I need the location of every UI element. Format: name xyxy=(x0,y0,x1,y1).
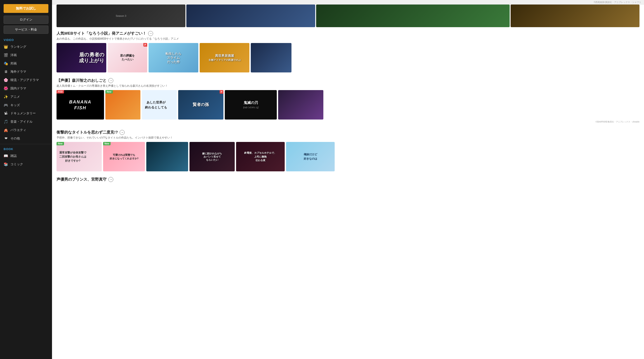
card-narou5[interactable] xyxy=(251,43,292,73)
sidebar-item-overseas-drama-label: 海外ドラマ xyxy=(10,70,26,74)
sidebar-item-japanese-movie[interactable]: 🎭 邦画 xyxy=(0,59,52,68)
card-isekai-izakaya[interactable]: 異世界居酒屋古都アイテリアの民酒でのぶ xyxy=(200,43,250,73)
copyright-morikawa: ©吾峠呼世晴/集英社・アニプレックス・ufotable xyxy=(56,120,640,124)
card-kimetsu[interactable]: 鬼滅の刃 きめつのやいば xyxy=(225,90,277,120)
sidebar-item-anime[interactable]: ✨ アニメ xyxy=(0,93,52,101)
sidebar-item-kids[interactable]: 🎮 キッズ xyxy=(0,101,52,109)
book-icon: 📚 xyxy=(4,162,8,166)
crown-icon: 👑 xyxy=(4,45,8,49)
sidebar-item-manga-label: コミック xyxy=(10,162,23,166)
sidebar-item-music-label: 音楽・アイドル xyxy=(10,120,32,124)
heart-icon: ❤ xyxy=(4,136,8,141)
card-kimi-suizou[interactable]: 君の膵臓をたべたい P xyxy=(108,43,147,73)
badge-new-ashita: New xyxy=(105,90,113,94)
variety-icon: 🎪 xyxy=(4,128,8,132)
sidebar-item-domestic-drama-label: 国内ドラマ xyxy=(10,87,26,91)
sidebar-item-korean-drama-label: 韓流・アジアドラマ xyxy=(10,78,39,82)
sidebar-item-ranking-label: ランキング xyxy=(10,45,26,49)
narou-section: 人気WEBサイト「なろう小説」発アニメがすごい！ → あの作品も、この作品も、小… xyxy=(56,31,640,73)
film-icon: 📽 xyxy=(4,111,8,115)
shocking-section-desc: 予想外、想像できない、それでいいの!?なタイトルの作品たち。インパクト抜群で覚え… xyxy=(56,136,640,140)
card-banana-fish[interactable]: BANANAFISH FOD xyxy=(56,90,104,120)
hero-img-2[interactable] xyxy=(186,5,315,27)
card-shock3[interactable] xyxy=(146,142,188,171)
shocking-card-row: 通常攻撃が全体攻撃で二回攻撃のお母さんは好きですか? New 可愛ければ変態でも… xyxy=(56,142,640,171)
sidebar-item-ranking[interactable]: 👑 ランキング xyxy=(0,43,52,51)
book-section-label: BOOK xyxy=(0,146,52,152)
badge-fod: FOD xyxy=(56,90,64,94)
hero-img-1[interactable]: Season 3 xyxy=(56,5,186,27)
hero-img-4[interactable] xyxy=(510,5,640,27)
shocking-section: 衝撃的なタイトルを思わず二度見!? → 予想外、想像できない、それでいいの!?な… xyxy=(56,130,640,171)
content-area: Season 3 人気WEBサイト「なろう小説」発アニメがすごい！ → あの作品… xyxy=(52,5,644,192)
card-shock4[interactable]: 嫁に顔されながらおパンツ見せてもらいたい xyxy=(190,142,235,171)
next-section-hint: 声優男のプリンス、宮野真守 → xyxy=(56,177,640,182)
sidebar-item-variety-label: バラエティ xyxy=(10,128,26,132)
narou-arrow-button[interactable]: → xyxy=(148,31,153,36)
card-tensura[interactable]: 転生したらスライムだった件 xyxy=(148,43,198,73)
narou-section-title: 人気WEBサイト「なろう小説」発アニメがすごい！ → xyxy=(56,31,640,36)
morikawa-section-desc: 超人気俳優トム・クルーズの専属吹き替え声優として知られる森川さんの名演技がすごい… xyxy=(56,84,640,88)
copyright-text: ©西尾維新/講談社・アニプレックス・シャフト xyxy=(594,1,641,4)
card-shock6[interactable]: 俺妹だけど好きなのは xyxy=(286,142,335,171)
badge-p-kimi: P xyxy=(143,43,147,47)
sidebar-item-domestic-drama[interactable]: 🌺 国内ドラマ xyxy=(0,84,52,93)
card-kenja-mago[interactable]: 賢者の孫 P xyxy=(178,90,224,120)
card-morikawa6[interactable] xyxy=(278,90,323,120)
hero-banner-row: Season 3 xyxy=(56,5,640,27)
card-shock5[interactable]: 終電後、カプセルホテルで、上司に微熱伝わる夜 xyxy=(236,142,285,171)
sidebar-item-documentary[interactable]: 📽 ドキュメンタリー xyxy=(0,109,52,118)
morikawa-arrow-button[interactable]: → xyxy=(108,78,113,83)
sidebar-item-foreign-movie[interactable]: 🎬 洋画 xyxy=(0,51,52,59)
morikawa-card-row: BANANAFISH FOD New あした世界が終わるとしても xyxy=(56,90,640,120)
card-ashita-text[interactable]: あした世界が終わるとしても xyxy=(142,90,177,120)
flower-icon: 🌸 xyxy=(4,78,8,82)
drama-icon: 🎭 xyxy=(4,61,8,66)
card-shock1[interactable]: 通常攻撃が全体攻撃で二回攻撃のお母さんは好きですか? New xyxy=(56,142,102,171)
card-tate-yuusha[interactable]: 盾の勇者の成り上がり xyxy=(56,43,106,73)
next-section-arrow[interactable]: → xyxy=(108,177,113,182)
movie-icon: 🎬 xyxy=(4,53,8,57)
sakura-icon: 🌺 xyxy=(4,86,8,91)
sidebar-item-music[interactable]: 🎵 音楽・アイドル xyxy=(0,118,52,126)
sidebar-item-documentary-label: ドキュメンタリー xyxy=(10,111,36,115)
service-button[interactable]: サービス・料金 xyxy=(4,26,48,34)
game-icon: 🎮 xyxy=(4,103,8,107)
free-trial-button[interactable]: 無料でお試し xyxy=(4,4,48,13)
narou-card-row: 盾の勇者の成り上がり 君の膵臓をたべたい P 転生したらスライムだった件 xyxy=(56,43,640,73)
video-section-label: VIDEO xyxy=(0,37,52,43)
card-ashita[interactable]: New xyxy=(105,90,140,120)
login-button[interactable]: ログイン xyxy=(4,16,48,24)
sparkle-icon: ✨ xyxy=(4,95,8,99)
sidebar: 無料でお試し ログイン サービス・料金 VIDEO 👑 ランキング 🎬 洋画 🎭… xyxy=(0,0,52,359)
main-content: ©西尾維新/講談社・アニプレックス・シャフト Season 3 人気WEBサイト… xyxy=(52,0,644,359)
copyright-strip: ©西尾維新/講談社・アニプレックス・シャフト xyxy=(52,0,644,5)
sidebar-item-kids-label: キッズ xyxy=(10,103,20,107)
next-section-title: 声優男のプリンス、宮野真守 → xyxy=(56,177,640,182)
sidebar-item-variety[interactable]: 🎪 バラエティ xyxy=(0,126,52,134)
sidebar-item-other-label: その他 xyxy=(10,137,20,141)
narou-section-desc: あの作品も、この作品も、小説投稿WEBサイトで発表された!?ノリにのってる「なろ… xyxy=(56,37,640,41)
sidebar-item-magazine[interactable]: 📖 雑誌 xyxy=(0,152,52,160)
magazine-icon: 📖 xyxy=(4,154,8,158)
hero-img-3[interactable] xyxy=(316,5,510,27)
sidebar-item-manga[interactable]: 📚 コミック xyxy=(0,160,52,168)
card-shock2[interactable]: 可愛ければ変態でも好きになってくれますか? New xyxy=(103,142,145,171)
music-icon: 🎵 xyxy=(4,120,8,124)
badge-p-kenja: P xyxy=(220,90,224,94)
sidebar-item-foreign-movie-label: 洋画 xyxy=(10,53,17,57)
divider xyxy=(0,144,52,144)
shocking-section-title: 衝撃的なタイトルを思わず二度見!? → xyxy=(56,130,640,135)
morikawa-section-title: 【声優】森川智之のおしごと → xyxy=(56,78,640,83)
sidebar-item-anime-label: アニメ xyxy=(10,95,20,99)
morikawa-section: 【声優】森川智之のおしごと → 超人気俳優トム・クルーズの専属吹き替え声優として… xyxy=(56,78,640,124)
sidebar-item-japanese-movie-label: 邦画 xyxy=(10,62,17,66)
sidebar-item-magazine-label: 雑誌 xyxy=(10,154,17,158)
screen-icon: 🖥 xyxy=(4,70,8,74)
badge-new-shock1: New xyxy=(56,142,64,145)
shocking-arrow-button[interactable]: → xyxy=(120,130,124,135)
sidebar-item-other[interactable]: ❤ その他 xyxy=(0,134,52,143)
badge-new-shock2: New xyxy=(103,142,110,145)
sidebar-item-overseas-drama[interactable]: 🖥 海外ドラマ xyxy=(0,68,52,76)
sidebar-item-korean-drama[interactable]: 🌸 韓流・アジアドラマ xyxy=(0,76,52,84)
